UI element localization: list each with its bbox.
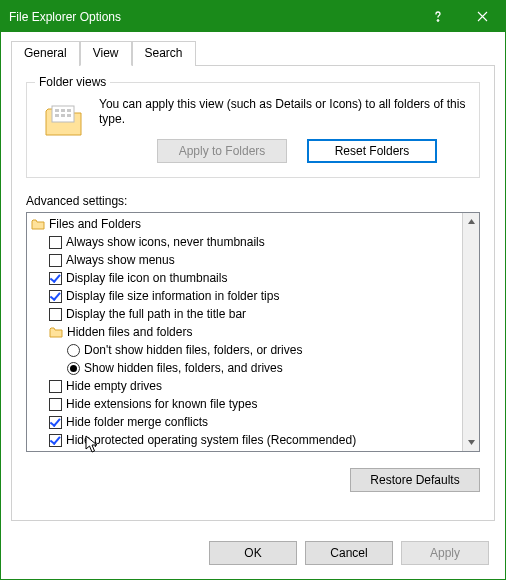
folder-icon (31, 218, 45, 230)
tree-radio-item[interactable]: Don't show hidden files, folders, or dri… (29, 341, 462, 359)
folder-views-group: Folder views You can apply this view (su… (26, 82, 480, 178)
tree-group: Hidden files and folders (29, 323, 462, 341)
checkbox-icon[interactable] (49, 380, 62, 393)
advanced-settings-viewport[interactable]: Files and FoldersAlways show icons, neve… (27, 213, 462, 451)
svg-rect-5 (55, 114, 59, 117)
checkbox-icon[interactable] (49, 308, 62, 321)
folder-icon (49, 326, 63, 338)
tab-panel-view: Folder views You can apply this view (su… (11, 65, 495, 521)
scroll-up-button[interactable] (463, 213, 479, 230)
cancel-button[interactable]: Cancel (305, 541, 393, 565)
svg-rect-4 (67, 109, 71, 112)
scrollbar-vertical[interactable] (462, 213, 479, 451)
help-button[interactable] (415, 1, 460, 32)
tree-check-item[interactable]: Display the full path in the title bar (29, 305, 462, 323)
tree-label: Hidden files and folders (67, 325, 192, 339)
tree-label: Show hidden files, folders, and drives (84, 361, 283, 375)
checkbox-icon[interactable] (49, 434, 62, 447)
tree-check-item[interactable]: Display file icon on thumbnails (29, 269, 462, 287)
svg-rect-2 (55, 109, 59, 112)
scroll-down-button[interactable] (463, 434, 479, 451)
advanced-settings-label: Advanced settings: (26, 194, 480, 208)
tree-label: Hide protected operating system files (R… (66, 433, 356, 447)
tree-label: Don't show hidden files, folders, or dri… (84, 343, 302, 357)
folder-options-icon (43, 99, 85, 141)
title-bar: File Explorer Options (1, 1, 505, 32)
svg-rect-6 (61, 114, 65, 117)
tree-label: Hide extensions for known file types (66, 397, 257, 411)
svg-point-0 (437, 19, 439, 21)
tree-label: Hide empty drives (66, 379, 162, 393)
tree-group: Files and Folders (29, 215, 462, 233)
dialog-footer: OK Cancel Apply (1, 531, 505, 579)
checkbox-icon[interactable] (49, 290, 62, 303)
restore-defaults-button[interactable]: Restore Defaults (350, 468, 480, 492)
tree-label: Files and Folders (49, 217, 141, 231)
tree-label: Display file size information in folder … (66, 289, 279, 303)
dialog-window: File Explorer Options General View Searc… (0, 0, 506, 580)
radio-icon[interactable] (67, 362, 80, 375)
checkbox-icon[interactable] (49, 272, 62, 285)
tree-label: Always show menus (66, 253, 175, 267)
ok-button[interactable]: OK (209, 541, 297, 565)
tree-check-item[interactable]: Always show menus (29, 251, 462, 269)
checkbox-icon[interactable] (49, 416, 62, 429)
apply-to-folders-button: Apply to Folders (157, 139, 287, 163)
checkbox-icon[interactable] (49, 236, 62, 249)
advanced-settings-list: Files and FoldersAlways show icons, neve… (26, 212, 480, 452)
close-button[interactable] (460, 1, 505, 32)
tab-strip: General View Search (11, 40, 495, 65)
apply-button: Apply (401, 541, 489, 565)
tree-check-item[interactable]: Hide protected operating system files (R… (29, 431, 462, 449)
tree-radio-item[interactable]: Show hidden files, folders, and drives (29, 359, 462, 377)
reset-folders-button[interactable]: Reset Folders (307, 139, 437, 163)
tab-general[interactable]: General (11, 41, 80, 66)
tree-label: Display file icon on thumbnails (66, 271, 227, 285)
tree-check-item[interactable]: Always show icons, never thumbnails (29, 233, 462, 251)
tree-label: Hide folder merge conflicts (66, 415, 208, 429)
tree-check-item[interactable]: Display file size information in folder … (29, 287, 462, 305)
tree-check-item[interactable]: Hide extensions for known file types (29, 395, 462, 413)
svg-rect-7 (67, 114, 71, 117)
radio-icon[interactable] (67, 344, 80, 357)
dialog-content: General View Search Folder views You can… (1, 32, 505, 531)
window-controls (415, 1, 505, 32)
svg-rect-3 (61, 109, 65, 112)
folder-views-text: You can apply this view (such as Details… (99, 97, 467, 127)
tree-label: Display the full path in the title bar (66, 307, 246, 321)
tree-check-item[interactable]: Hide folder merge conflicts (29, 413, 462, 431)
tree-check-item[interactable]: Hide empty drives (29, 377, 462, 395)
tab-search[interactable]: Search (132, 41, 196, 66)
tab-view[interactable]: View (80, 41, 132, 66)
checkbox-icon[interactable] (49, 398, 62, 411)
checkbox-icon[interactable] (49, 254, 62, 267)
folder-views-legend: Folder views (35, 75, 110, 89)
window-title: File Explorer Options (9, 10, 121, 24)
tree-label: Always show icons, never thumbnails (66, 235, 265, 249)
